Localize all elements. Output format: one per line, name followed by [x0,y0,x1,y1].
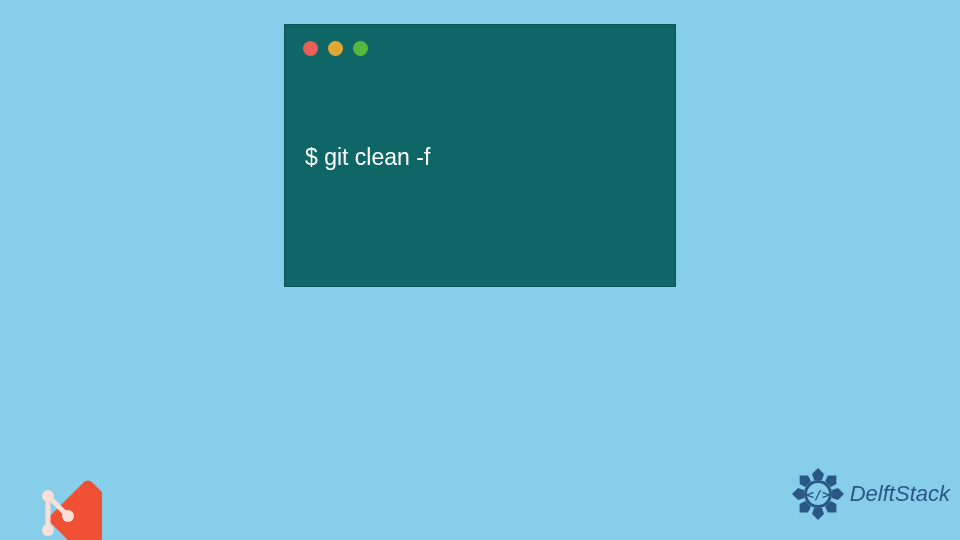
close-icon[interactable] [303,41,318,56]
terminal-command: $ git clean -f [285,56,675,171]
svg-point-3 [42,490,54,502]
terminal-titlebar [285,25,675,56]
minimize-icon[interactable] [328,41,343,56]
delftstack-badge-icon: </> [790,466,846,522]
terminal-window: $ git clean -f [284,24,676,287]
delftstack-text: DelftStack [850,481,950,507]
delftstack-logo: </> DelftStack [790,466,950,522]
svg-point-4 [62,510,74,522]
git-icon [6,464,102,540]
svg-text:</>: </> [806,487,830,502]
svg-point-5 [42,524,54,536]
maximize-icon[interactable] [353,41,368,56]
svg-rect-0 [47,478,102,540]
